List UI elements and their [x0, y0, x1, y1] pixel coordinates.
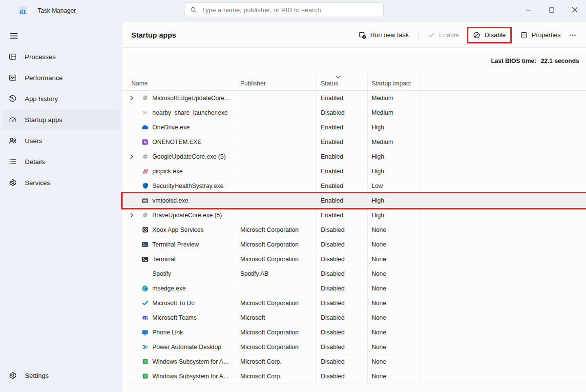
row-impact: Low — [368, 179, 419, 193]
row-publisher: Microsoft Corporation — [236, 237, 317, 251]
row-filler — [419, 179, 586, 193]
last-bios-time: Last BIOS time: 22.1 seconds — [123, 48, 586, 74]
table-row[interactable]: N ONENOTEM.EXE Enabled Medium — [123, 135, 586, 149]
more-options-button[interactable] — [565, 28, 580, 42]
sort-chevron-icon — [335, 75, 341, 79]
table-row[interactable]: Terminal Microsoft Corporation Disabled … — [123, 252, 586, 267]
wsa-icon — [141, 372, 149, 380]
row-status: Disabled — [317, 310, 368, 325]
row-filler — [419, 281, 586, 295]
sidebar-item-users[interactable]: Users — [2, 131, 120, 150]
enable-button[interactable]: Enable — [423, 28, 463, 41]
wsa-icon — [141, 358, 149, 366]
row-filler — [419, 369, 586, 383]
menu-toggle-button[interactable] — [5, 28, 22, 43]
expand-chevron-icon[interactable] — [129, 212, 138, 218]
table-row[interactable]: Xbox App Services Microsoft Corporation … — [123, 223, 586, 237]
row-filler — [419, 296, 586, 310]
row-name: Xbox App Services — [152, 227, 204, 233]
row-impact: None — [368, 354, 419, 369]
row-publisher — [236, 149, 317, 164]
row-impact: None — [368, 237, 419, 251]
row-filler — [419, 91, 586, 105]
table-row[interactable]: vm vmtoolsd.exe Enabled High — [123, 193, 586, 208]
table-row[interactable]: GoogleUpdateCore.exe (5) Enabled High — [123, 149, 586, 164]
table-row[interactable]: OneDrive.exe Enabled High — [123, 120, 586, 135]
run-new-task-button[interactable]: Run new task — [354, 28, 413, 42]
row-name: picpick.exe — [152, 168, 183, 175]
search-box[interactable] — [185, 2, 384, 17]
checkmark-icon — [428, 31, 435, 39]
teams-icon: T — [141, 314, 149, 322]
nearby-share-icon — [141, 109, 149, 117]
disable-button[interactable]: Disable — [468, 28, 510, 42]
row-publisher — [236, 281, 317, 295]
search-input[interactable] — [202, 6, 378, 14]
column-header-impact[interactable]: Startup impact — [368, 74, 419, 90]
row-filler — [419, 208, 586, 222]
google-update-icon — [141, 153, 149, 161]
table-row[interactable]: Power Automate Desktop Microsoft Corpora… — [123, 340, 586, 354]
onenote-icon: N — [141, 138, 149, 146]
app-history-icon — [8, 94, 18, 103]
row-publisher — [236, 208, 317, 222]
sidebar-item-performance[interactable]: Performance — [2, 68, 120, 87]
row-impact: None — [368, 252, 419, 266]
sidebar-item-settings[interactable]: Settings — [0, 366, 122, 385]
row-filler — [419, 164, 586, 178]
details-icon — [8, 157, 18, 166]
minimize-button[interactable] — [517, 0, 540, 20]
row-publisher: Microsoft Corp. — [236, 354, 317, 369]
sidebar-item-startup-apps[interactable]: Startup apps — [2, 110, 120, 129]
table-row[interactable]: Windows Subsystem for A... Microsoft Cor… — [123, 369, 586, 384]
table-row[interactable]: nearby_share_launcher.exe Disabled Mediu… — [123, 105, 586, 120]
table-row[interactable]: picpick.exe Enabled High — [123, 164, 586, 179]
table-row[interactable]: Terminal Preview Microsoft Corporation D… — [123, 237, 586, 252]
sidebar-item-app-history[interactable]: App history — [2, 89, 120, 108]
users-icon — [8, 136, 18, 145]
sidebar-item-processes[interactable]: Processes — [2, 47, 120, 66]
row-name: OneDrive.exe — [152, 124, 189, 131]
row-impact: None — [368, 340, 419, 354]
row-publisher — [236, 135, 317, 149]
row-name: Spotify — [152, 270, 171, 277]
performance-icon — [8, 73, 18, 82]
expand-chevron-icon[interactable] — [129, 154, 138, 160]
sidebar-item-label: Settings — [25, 372, 49, 379]
sidebar-item-details[interactable]: Details — [2, 152, 120, 171]
row-status: Disabled — [317, 340, 368, 354]
row-filler — [419, 354, 586, 369]
content-panel: Startup apps Run new task Enable — [122, 22, 586, 392]
sidebar: Processes Performance App history Startu… — [0, 22, 122, 392]
column-header-status[interactable]: Status — [317, 74, 368, 90]
row-name: SecurityHealthSystray.exe — [152, 183, 224, 189]
table-row[interactable]: msedge.exe Disabled None — [123, 281, 586, 296]
table-row[interactable]: BraveUpdateCore.exe (5) Enabled High — [123, 208, 586, 223]
row-impact: None — [368, 310, 419, 325]
table-row[interactable]: MicrosoftEdgeUpdateCore... Enabled Mediu… — [123, 91, 586, 105]
expand-chevron-icon[interactable] — [129, 95, 138, 101]
column-header-publisher[interactable]: Publisher — [236, 74, 317, 90]
table-row[interactable]: Microsoft To Do Microsoft Corporation Di… — [123, 296, 586, 310]
properties-button[interactable]: Properties — [516, 28, 565, 42]
brave-update-icon — [141, 211, 149, 219]
task-manager-app-icon — [19, 6, 27, 15]
row-impact: Medium — [368, 135, 419, 149]
row-name: MicrosoftEdgeUpdateCore... — [152, 95, 230, 102]
table-row[interactable]: Spotify Spotify AB Disabled None — [123, 267, 586, 281]
table-row[interactable]: Windows Subsystem for A... Microsoft Cor… — [123, 354, 586, 369]
table-row[interactable]: SecurityHealthSystray.exe Enabled Low — [123, 179, 586, 193]
maximize-button[interactable] — [540, 0, 563, 20]
row-name: nearby_share_launcher.exe — [152, 109, 228, 116]
terminal-icon — [141, 255, 149, 263]
sidebar-item-services[interactable]: Services — [2, 173, 120, 192]
row-impact: High — [368, 120, 419, 134]
table-row[interactable]: Phone Link Microsoft Corporation Disable… — [123, 325, 586, 340]
table-row[interactable]: T Microsoft Teams Microsoft Disabled Non… — [123, 310, 586, 325]
close-button[interactable] — [563, 0, 586, 20]
row-status: Disabled — [317, 281, 368, 295]
page-title: Startup apps — [131, 31, 176, 39]
row-impact: None — [368, 223, 419, 237]
column-header-name[interactable]: Name — [123, 74, 236, 90]
row-status: Disabled — [317, 296, 368, 310]
